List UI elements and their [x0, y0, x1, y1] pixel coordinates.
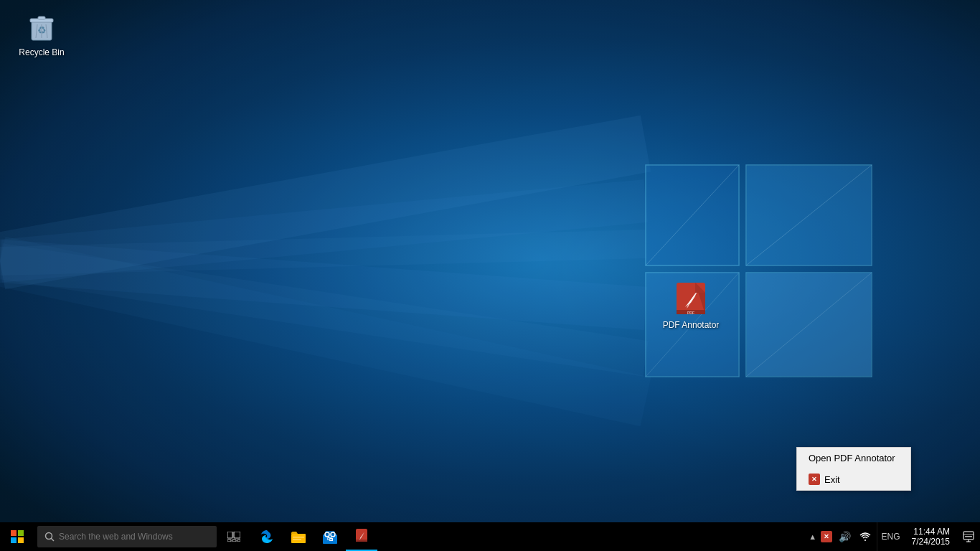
svg-rect-41	[293, 537, 304, 538]
tray-chevron-button[interactable]: ▲	[805, 522, 821, 551]
store-icon: 🛍	[322, 529, 338, 545]
lang-label: ENG	[882, 532, 900, 542]
svg-rect-49	[963, 532, 974, 540]
svg-rect-30	[18, 530, 24, 536]
svg-rect-40	[291, 534, 306, 543]
svg-point-33	[46, 533, 52, 540]
svg-rect-48	[356, 540, 367, 542]
pinned-apps: 🛍	[251, 522, 377, 551]
pinned-pdf-annotator[interactable]	[346, 522, 377, 551]
recycle-bin-label: Recycle Bin	[19, 47, 64, 57]
notification-center-button[interactable]	[957, 522, 980, 551]
svg-rect-42	[293, 539, 301, 540]
desktop: ♻ Recycle Bin PDF	[0, 0, 980, 522]
svg-rect-35	[227, 532, 232, 538]
pdf-annotator-label: PDF Annotator	[663, 320, 720, 330]
search-bar[interactable]	[37, 526, 217, 547]
svg-rect-31	[11, 537, 17, 543]
svg-text:PDF: PDF	[687, 311, 694, 315]
pinned-pdf-icon	[354, 528, 369, 544]
svg-rect-21	[38, 17, 45, 19]
pdf-annotator-image: PDF	[674, 283, 708, 317]
pdf-tray-area: ✕	[821, 531, 834, 542]
context-menu: Open PDF Annotator ✕ Exit	[796, 447, 911, 491]
pinned-store[interactable]: 🛍	[314, 522, 346, 551]
svg-rect-38	[232, 540, 236, 542]
pinned-edge[interactable]	[251, 522, 283, 551]
tray-notification-area: 🔊	[834, 522, 877, 551]
svg-line-34	[52, 539, 55, 542]
clock[interactable]: 11:44 AM 7/24/2015	[905, 522, 957, 551]
pdf-annotator-icon[interactable]: PDF PDF Annotator	[659, 280, 723, 333]
svg-rect-36	[234, 532, 240, 538]
recycle-bin-icon[interactable]: ♻ Recycle Bin	[13, 7, 70, 60]
context-menu-open-pdf[interactable]: Open PDF Annotator	[797, 448, 910, 468]
notification-icon	[963, 531, 974, 542]
taskbar: 🛍 ▲ ✕ 🔊	[0, 522, 980, 551]
system-tray: ▲ ✕ 🔊 ENG 11:44 AM	[805, 522, 980, 551]
search-icon	[44, 532, 55, 542]
start-button[interactable]	[0, 522, 34, 551]
svg-text:🛍: 🛍	[327, 536, 333, 542]
pdf-tray-close-icon[interactable]: ✕	[821, 531, 832, 542]
chevron-up-icon: ▲	[809, 532, 816, 541]
file-explorer-icon	[291, 529, 306, 544]
clock-date: 7/24/2015	[912, 537, 950, 547]
context-menu-exit[interactable]: ✕ Exit	[797, 468, 910, 490]
exit-label: Exit	[824, 474, 840, 485]
wifi-icon	[859, 532, 871, 542]
svg-rect-37	[227, 540, 231, 542]
recycle-bin-image: ♻	[24, 10, 59, 44]
volume-icon[interactable]: 🔊	[835, 522, 855, 551]
edge-icon	[259, 529, 275, 545]
open-pdf-label: Open PDF Annotator	[809, 453, 895, 463]
network-icon[interactable]	[855, 522, 875, 551]
svg-rect-51	[965, 536, 972, 537]
language-indicator[interactable]: ENG	[877, 522, 905, 551]
svg-rect-39	[237, 540, 240, 542]
svg-rect-29	[11, 530, 17, 536]
task-view-button[interactable]	[220, 522, 248, 551]
task-view-icon	[227, 532, 240, 542]
exit-icon: ✕	[809, 474, 820, 485]
pinned-file-explorer[interactable]	[283, 522, 314, 551]
clock-time: 11:44 AM	[913, 527, 950, 537]
search-input[interactable]	[59, 532, 209, 542]
svg-rect-32	[18, 537, 24, 543]
